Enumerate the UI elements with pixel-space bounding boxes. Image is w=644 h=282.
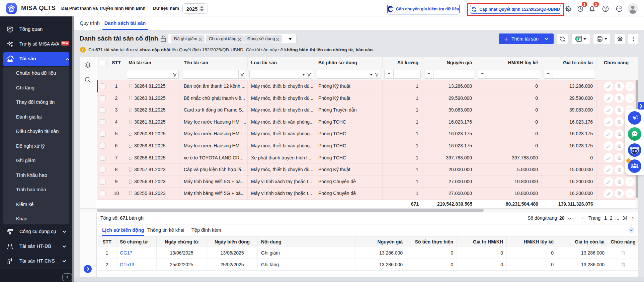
svg-text:X: X: [576, 38, 578, 41]
